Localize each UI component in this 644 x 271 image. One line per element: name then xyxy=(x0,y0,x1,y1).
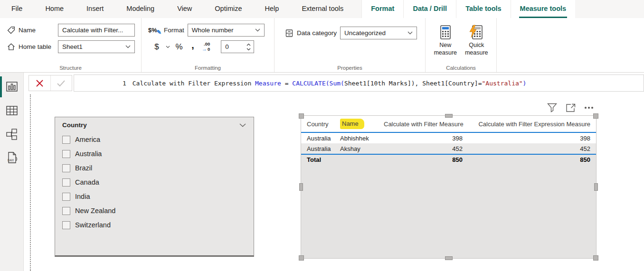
table-row[interactable]: Australia Akshay 452 452 xyxy=(301,143,596,154)
slicer-item-brazil[interactable]: Brazil xyxy=(62,161,254,175)
decimal-icon-bottom: 0 xyxy=(208,47,210,52)
tab-measure-tools-label: Measure tools xyxy=(519,0,568,18)
tag-icon xyxy=(7,26,15,35)
measure-name-value: Calculate with Filter... xyxy=(62,27,123,34)
tab-home[interactable]: Home xyxy=(34,0,75,18)
group-label-properties: Properties xyxy=(275,65,425,71)
total-label: Total xyxy=(301,156,334,163)
format-painter-icon: $%✎ xyxy=(148,27,161,34)
checkbox[interactable] xyxy=(62,178,70,187)
slicer-item-australia[interactable]: Australia xyxy=(62,147,254,161)
tab-data-drill[interactable]: Data / Drill xyxy=(403,0,456,18)
tab-external-tools[interactable]: External tools xyxy=(290,0,355,18)
tab-file[interactable]: File xyxy=(0,0,34,18)
filter-ref-token: Sheet1[Country]= xyxy=(422,80,482,87)
focus-mode-icon[interactable] xyxy=(565,102,576,113)
column-header-filter-expression-measure[interactable]: Calculate with Filter Expression Measure xyxy=(468,121,596,128)
country-slicer-visual[interactable]: Country America Australia Brazil Canada … xyxy=(55,117,254,257)
tab-help[interactable]: Help xyxy=(254,0,291,18)
column-header-country[interactable]: Country xyxy=(301,121,334,128)
tab-format[interactable]: Format xyxy=(361,0,403,18)
slicer-item-list: America Australia Brazil Canada India Ne… xyxy=(55,131,254,232)
tab-measure-tools[interactable]: Measure tools xyxy=(511,0,576,18)
resize-handle-right[interactable] xyxy=(594,183,598,191)
visual-header-toolbar xyxy=(546,102,595,113)
percent-format-button[interactable]: % xyxy=(174,41,184,53)
sidebar-item-model-view[interactable] xyxy=(0,125,24,144)
checkbox[interactable] xyxy=(62,136,70,144)
tab-table-tools[interactable]: Table tools xyxy=(456,0,510,18)
measure-name-input[interactable]: Calculate with Filter... xyxy=(58,24,135,37)
sidebar-item-data-view[interactable] xyxy=(0,101,24,120)
column-header-name-label: Name xyxy=(342,120,359,127)
tab-view-label: View xyxy=(176,0,193,18)
ribbon-group-structure: Name Calculate with Filter... Home table… xyxy=(0,18,142,72)
cell-name: Akshay xyxy=(334,145,378,152)
chevron-down-icon xyxy=(125,45,131,48)
checkbox[interactable] xyxy=(62,164,70,172)
column-header-name[interactable]: Name xyxy=(334,119,378,129)
filter-icon[interactable] xyxy=(546,102,558,113)
resize-handle-top-right[interactable] xyxy=(593,113,598,119)
total-measure-1: 850 xyxy=(378,156,468,163)
cancel-formula-button[interactable] xyxy=(29,75,50,91)
tab-modeling[interactable]: Modeling xyxy=(115,0,166,18)
sidebar-item-dax-query-view[interactable]: DAX xyxy=(0,149,24,168)
cell-measure-1: 452 xyxy=(378,145,468,152)
resize-handle-bottom-right[interactable] xyxy=(593,255,598,261)
model-view-icon xyxy=(6,128,18,140)
string-token: "Australia" xyxy=(482,80,523,87)
checkbox[interactable] xyxy=(62,207,70,215)
quick-measure-calculator-icon xyxy=(469,25,484,40)
tab-help-label: Help xyxy=(264,0,280,18)
cell-measure-2: 398 xyxy=(468,135,596,142)
chevron-down-icon xyxy=(407,31,413,35)
formula-text: 1Calculate with Filter Expression Measur… xyxy=(78,75,526,92)
new-measure-button[interactable]: New measure xyxy=(431,24,460,63)
decimal-places-icon[interactable]: .00 →0 xyxy=(202,42,210,52)
resize-handle-top[interactable] xyxy=(445,114,453,118)
decimal-places-stepper[interactable]: 0 xyxy=(221,40,254,53)
quick-measure-button[interactable]: Quick measure xyxy=(463,24,491,63)
new-measure-calculator-icon xyxy=(438,25,453,40)
tab-view[interactable]: View xyxy=(166,0,203,18)
slicer-item-switzerland[interactable]: Switzerland xyxy=(62,218,254,232)
resize-handle-bottom[interactable] xyxy=(445,256,453,260)
report-canvas[interactable]: Country America Australia Brazil Canada … xyxy=(24,93,644,271)
stepper-arrows[interactable] xyxy=(246,43,254,51)
formula-input[interactable]: 1Calculate with Filter Expression Measur… xyxy=(74,75,644,92)
thousands-separator-button[interactable]: , xyxy=(188,41,198,53)
commit-formula-button[interactable] xyxy=(50,75,72,91)
table-visual[interactable]: Country Name Calculate with Filter Measu… xyxy=(301,115,597,259)
tab-optimize[interactable]: Optimize xyxy=(203,0,253,18)
tab-gap xyxy=(355,0,361,18)
decimal-arrow-icon: → xyxy=(202,47,207,52)
checkbox[interactable] xyxy=(62,150,70,158)
slicer-item-new-zealand[interactable]: New Zealand xyxy=(62,204,254,218)
data-category-dropdown[interactable]: Uncategorized xyxy=(340,27,417,39)
slicer-item-america[interactable]: America xyxy=(62,132,254,147)
resize-handle-top-left[interactable] xyxy=(299,113,304,119)
slicer-item-label: Canada xyxy=(75,178,99,186)
data-category-label: Data category xyxy=(297,29,337,37)
resize-handle-left[interactable] xyxy=(299,183,303,191)
column-header-filter-measure[interactable]: Calculate with Filter Measure xyxy=(378,121,468,128)
chevron-down-icon[interactable] xyxy=(166,46,170,48)
table-row[interactable]: Australia Abhishhek 398 398 xyxy=(301,133,596,143)
chevron-down-icon[interactable] xyxy=(239,123,246,127)
formula-bar: 1Calculate with Filter Expression Measur… xyxy=(24,73,644,93)
tab-modeling-label: Modeling xyxy=(125,0,155,18)
currency-format-button[interactable]: $ xyxy=(152,41,161,53)
home-table-value: Sheet1 xyxy=(62,43,83,50)
checkbox[interactable] xyxy=(62,221,70,229)
cell-measure-1: 398 xyxy=(378,135,468,142)
slicer-item-canada[interactable]: Canada xyxy=(62,175,254,189)
resize-handle-bottom-left[interactable] xyxy=(299,255,304,261)
tab-insert[interactable]: Insert xyxy=(75,0,115,18)
format-dropdown[interactable]: Whole number xyxy=(188,24,265,37)
home-table-dropdown[interactable]: Sheet1 xyxy=(58,40,135,53)
checkbox[interactable] xyxy=(62,193,70,201)
slicer-item-india[interactable]: India xyxy=(62,189,254,204)
sidebar-item-report-view[interactable] xyxy=(0,77,24,96)
more-options-icon[interactable] xyxy=(583,102,595,113)
